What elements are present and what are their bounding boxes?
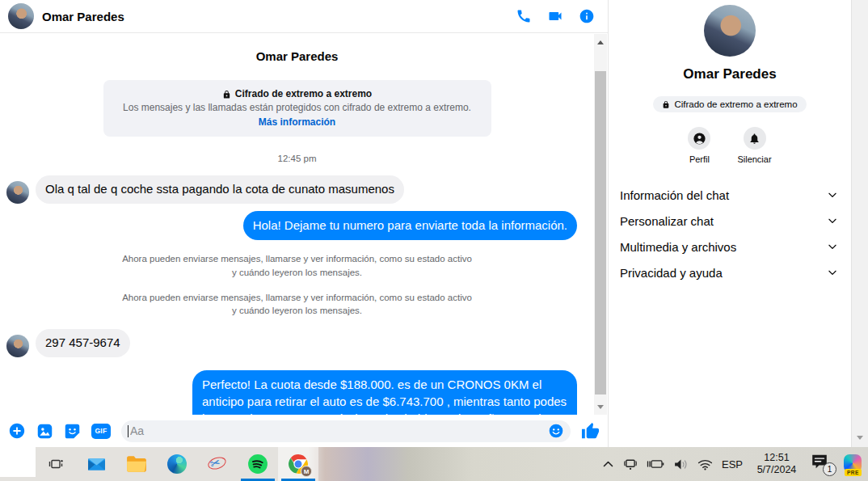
sidebar-avatar[interactable] [704, 5, 756, 57]
chevron-down-icon [827, 189, 838, 200]
message-input-field[interactable] [121, 420, 571, 442]
edge-icon [167, 454, 187, 474]
show-hidden-icons-chevron[interactable] [602, 459, 614, 469]
chevron-down-icon [827, 241, 838, 252]
message-input[interactable] [130, 424, 548, 437]
notification-count-badge: 1 [823, 462, 836, 476]
lock-icon [222, 90, 231, 99]
open-more-actions-icon[interactable] [8, 422, 26, 440]
tray-time: 12:51 [752, 452, 802, 464]
lock-icon [662, 100, 670, 109]
profile-button-label: Perfil [689, 154, 710, 164]
sidebar-scrollbar[interactable] [851, 0, 868, 447]
outgoing-message-row: Hola! Dejame tu numero para enviarte tod… [243, 211, 577, 240]
outgoing-message-row: Perfecto! La cuota desde $188.000. es de… [192, 370, 577, 415]
snipping-tool-button[interactable]: ✂ [197, 447, 238, 481]
menu-item-media-files[interactable]: Multimedia y archivos [620, 234, 838, 259]
chrome-icon: M [288, 454, 309, 475]
chat-header-actions [516, 8, 595, 24]
windows-taskbar: ✂ M ESP 12:51 5/7/2024 [0, 447, 868, 481]
sidebar-quick-actions: Perfil Silenciar [688, 127, 771, 164]
scroll-up-arrow[interactable] [594, 36, 607, 49]
incoming-message-row: Ola q tal de q coche ssta pagando la cot… [0, 175, 594, 204]
conversation-info-sidebar: Omar Paredes Cifrado de extremo a extrem… [609, 0, 851, 447]
chat-header: Omar Paredes [0, 0, 608, 33]
menu-item-label: Multimedia y archivos [620, 240, 736, 254]
chrome-profile-badge: M [301, 466, 312, 477]
scrollbar-thumb[interactable] [595, 71, 606, 395]
phone-call-icon[interactable] [516, 8, 532, 24]
copilot-preview-badge: PRE [845, 469, 862, 476]
sidebar-menu: Información del chat Personalizar chat M… [609, 182, 851, 285]
battery-icon[interactable] [647, 458, 664, 470]
profile-icon [688, 127, 710, 150]
profile-button[interactable]: Perfil [688, 127, 710, 164]
system-notice: Ahora pueden enviarse mensajes, llamarse… [120, 252, 475, 278]
attach-image-icon[interactable] [36, 423, 53, 440]
menu-item-label: Información del chat [620, 188, 729, 202]
encryption-body-text: Los mensajes y las llamadas están proteg… [123, 102, 471, 113]
profile-name: Omar Paredes [256, 49, 339, 63]
conversation-area: Omar Paredes Cifrado de extremo a extrem… [0, 34, 594, 415]
emoji-picker-icon[interactable] [548, 423, 564, 439]
video-call-icon[interactable] [546, 8, 564, 24]
spotify-icon [247, 454, 268, 475]
menu-item-customize-chat[interactable]: Personalizar chat [620, 208, 838, 234]
bell-icon [744, 127, 766, 150]
encryption-badge-text: Cifrado de extremo a extremo [674, 99, 797, 109]
mail-app-button[interactable] [76, 447, 116, 481]
chevron-down-icon [827, 267, 838, 278]
encryption-notice-title: Cifrado de extremo a extremo [113, 87, 482, 101]
sender-avatar[interactable] [6, 181, 29, 204]
edge-browser-button[interactable] [157, 447, 197, 481]
incoming-message-bubble[interactable]: Ola q tal de q coche ssta pagando la cot… [36, 175, 404, 204]
contact-avatar[interactable] [8, 3, 34, 29]
taskbar-clock[interactable]: 12:51 5/7/2024 [752, 452, 802, 476]
text-caret [128, 425, 129, 437]
incoming-message-row: 297 457-9674 [0, 329, 594, 357]
conversation-info-icon[interactable] [579, 8, 595, 24]
encryption-title-text: Cifrado de extremo a extremo [235, 87, 372, 101]
volume-icon[interactable] [673, 458, 689, 470]
chat-title[interactable]: Omar Paredes [42, 10, 124, 23]
mute-button[interactable]: Silenciar [737, 127, 771, 164]
mail-icon [86, 454, 107, 475]
file-explorer-icon [126, 454, 147, 474]
menu-item-label: Personalizar chat [620, 214, 714, 228]
chrome-button[interactable]: M [278, 447, 318, 481]
language-indicator[interactable]: ESP [722, 458, 743, 470]
spotify-button[interactable] [238, 447, 278, 481]
copilot-button[interactable]: PRE [844, 454, 863, 474]
scroll-down-arrow[interactable] [853, 431, 866, 444]
sidebar-contact-name: Omar Paredes [683, 66, 776, 82]
file-explorer-button[interactable] [116, 447, 157, 481]
more-info-link[interactable]: Más información [259, 116, 335, 128]
menu-item-label: Privacidad y ayuda [620, 266, 723, 280]
chat-scrollbar[interactable] [594, 34, 607, 415]
task-view-icon [48, 456, 64, 472]
messenger-window: Omar Paredes Omar Paredes Cifrado de ext… [0, 0, 868, 481]
taskbar-left-panel [0, 447, 36, 477]
encryption-badge[interactable]: Cifrado de extremo a extremo [653, 96, 806, 112]
mute-button-label: Silenciar [737, 154, 771, 164]
system-tray: ESP 12:51 5/7/2024 1 PRE [602, 447, 863, 481]
network-wifi-icon[interactable] [697, 458, 713, 470]
sender-avatar[interactable] [6, 335, 29, 357]
notification-center-button[interactable]: 1 [811, 454, 835, 475]
chevron-down-icon [827, 215, 838, 226]
encryption-notice: Cifrado de extremo a extremo Los mensaje… [103, 80, 491, 137]
snipping-tool-icon: ✂ [207, 454, 228, 474]
task-view-button[interactable] [36, 447, 76, 481]
sticker-icon[interactable] [64, 423, 81, 440]
send-like-icon[interactable] [581, 422, 600, 441]
scroll-down-arrow[interactable] [594, 400, 607, 413]
outgoing-message-bubble[interactable]: Hola! Dejame tu numero para enviarte tod… [243, 211, 577, 240]
tray-date: 5/7/2024 [752, 464, 802, 476]
incoming-message-bubble[interactable]: 297 457-9674 [36, 329, 130, 357]
menu-item-chat-info[interactable]: Información del chat [620, 182, 838, 208]
menu-item-privacy-help[interactable]: Privacidad y ayuda [620, 259, 838, 285]
wireless-display-icon[interactable] [623, 458, 638, 471]
outgoing-message-bubble[interactable]: Perfecto! La cuota desde $188.000. es de… [192, 370, 577, 415]
taskbar-pinned-apps: ✂ M [36, 447, 318, 481]
gif-icon[interactable]: GIF [91, 424, 111, 439]
